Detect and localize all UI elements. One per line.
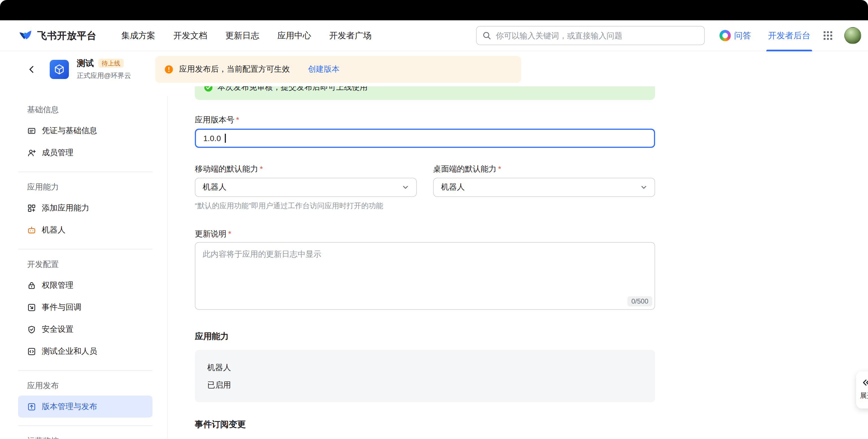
- desktop-capability-select[interactable]: 机器人: [433, 178, 655, 197]
- capability-section-title: 应用能力: [195, 331, 655, 342]
- app-bar: 测试 待上线 正式应用@环界云 应用发布后，当前配置方可生效 创建版本: [0, 52, 868, 86]
- required-mark: *: [228, 229, 231, 238]
- apps-grid-icon[interactable]: [823, 31, 833, 41]
- app-name: 测试: [77, 58, 94, 69]
- version-field-label: 应用版本号*: [195, 114, 655, 125]
- sidebar-item-add-capability[interactable]: 添加应用能力: [18, 197, 153, 219]
- qa-label: 问答: [734, 30, 751, 41]
- back-button[interactable]: [26, 64, 37, 75]
- shield-icon: [27, 325, 36, 334]
- required-mark: *: [236, 115, 239, 124]
- nav-item-dev-plaza[interactable]: 开发者广场: [329, 30, 372, 41]
- top-nav: 集成方案 开发文档 更新日志 应用中心 开发者广场: [121, 30, 372, 41]
- sidebar-item-permissions[interactable]: 权限管理: [18, 274, 153, 296]
- sidebar-item-members[interactable]: 成员管理: [18, 142, 153, 164]
- mobile-capability-select[interactable]: 机器人: [195, 178, 417, 197]
- brand-logo[interactable]: 飞书开放平台: [18, 28, 97, 43]
- warning-banner: 应用发布后，当前配置方可生效 创建版本: [155, 56, 521, 83]
- sidebar-section-dev-config: 开发配置: [27, 257, 153, 271]
- qa-rainbow-icon: [719, 30, 731, 41]
- credential-icon: [27, 126, 36, 135]
- top-header: 飞书开放平台 集成方案 开发文档 更新日志 应用中心 开发者广场 问答 开发者后…: [0, 20, 868, 52]
- double-chevron-left-icon: [862, 378, 868, 387]
- sidebar-item-bot[interactable]: 机器人: [18, 219, 153, 241]
- success-check-icon: [204, 86, 213, 92]
- event-section-title: 事件订阅变更: [195, 419, 655, 430]
- add-capability-icon: [27, 203, 36, 212]
- sidebar-item-credentials[interactable]: 凭证与基础信息: [18, 120, 153, 142]
- main-content: 本次发布免审核，提交发布后即可上线使用 应用版本号* 移动端的默认能力* 机器人: [168, 86, 868, 439]
- lock-icon: [27, 281, 36, 290]
- developer-console-tab[interactable]: 开发者后台: [768, 20, 810, 51]
- sidebar-section-monitoring: 运营监控: [27, 434, 153, 439]
- success-banner: 本次发布免审核，提交发布后即可上线使用: [195, 86, 655, 100]
- nav-item-integrations[interactable]: 集成方案: [121, 30, 155, 41]
- capability-status: 已启用: [207, 379, 643, 391]
- create-version-link[interactable]: 创建版本: [308, 64, 339, 74]
- sidebar-divider: [18, 426, 153, 426]
- test-org-icon: [27, 347, 36, 356]
- sidebar-section-capabilities: 应用能力: [27, 180, 153, 194]
- nav-item-app-center[interactable]: 应用中心: [277, 30, 311, 41]
- warning-icon: [164, 65, 174, 74]
- sidebar: 基础信息 凭证与基础信息 成员管理 应用能力: [18, 86, 153, 439]
- required-mark: *: [498, 164, 501, 173]
- app-window: 飞书开放平台 集成方案 开发文档 更新日志 应用中心 开发者广场 问答 开发者后…: [0, 0, 868, 439]
- sidebar-item-events[interactable]: 事件与回调: [18, 296, 153, 318]
- bot-icon: [27, 226, 36, 234]
- update-notes-textarea[interactable]: [195, 242, 655, 310]
- sidebar-divider: [18, 370, 153, 371]
- app-meta: 测试 待上线 正式应用@环界云: [77, 58, 131, 80]
- user-avatar[interactable]: [844, 27, 861, 44]
- required-mark: *: [260, 164, 263, 173]
- nav-item-changelog[interactable]: 更新日志: [225, 30, 259, 41]
- search-input[interactable]: [496, 31, 699, 40]
- nav-item-docs[interactable]: 开发文档: [174, 30, 207, 41]
- app-subtitle: 正式应用@环界云: [77, 71, 131, 80]
- capability-hint: “默认的应用功能”即用户通过工作台访问应用时打开的功能: [195, 201, 417, 210]
- warning-text: 应用发布后，当前配置方可生效: [179, 64, 290, 74]
- search-box[interactable]: [476, 26, 705, 45]
- brand-name: 飞书开放平台: [37, 29, 97, 42]
- sidebar-divider: [18, 172, 153, 172]
- chevron-down-icon: [640, 183, 648, 191]
- expand-panel-button[interactable]: 展开: [856, 371, 868, 408]
- sidebar-item-test-org[interactable]: 测试企业和人员: [18, 340, 153, 362]
- success-banner-text: 本次发布免审核，提交发布后即可上线使用: [217, 86, 368, 93]
- mobile-capability-label: 移动端的默认能力*: [195, 163, 417, 174]
- sidebar-item-version-release[interactable]: 版本管理与发布: [18, 396, 153, 417]
- app-icon: [50, 60, 69, 79]
- expand-label: 展开: [860, 391, 868, 401]
- version-input[interactable]: [195, 129, 655, 148]
- char-counter: 0/500: [627, 296, 652, 306]
- search-icon: [482, 31, 491, 40]
- status-badge: 待上线: [98, 59, 124, 68]
- sidebar-section-release: 应用发布: [27, 379, 153, 392]
- sidebar-item-security[interactable]: 安全设置: [18, 318, 153, 340]
- text-caret: [225, 134, 226, 143]
- release-upload-icon: [27, 402, 36, 411]
- capability-name: 机器人: [207, 362, 643, 373]
- update-notes-label: 更新说明*: [195, 228, 655, 239]
- members-icon: [27, 148, 36, 157]
- qa-link[interactable]: 问答: [719, 30, 751, 41]
- chevron-down-icon: [402, 183, 409, 191]
- feishu-logo-icon: [18, 28, 33, 43]
- sidebar-divider: [18, 249, 153, 249]
- capability-summary-box: 机器人 已启用: [195, 350, 655, 402]
- sidebar-section-basic-info: 基础信息: [27, 103, 153, 116]
- window-titlebar: [0, 0, 868, 20]
- desktop-capability-label: 桌面端的默认能力*: [433, 163, 655, 174]
- event-callback-icon: [27, 303, 36, 312]
